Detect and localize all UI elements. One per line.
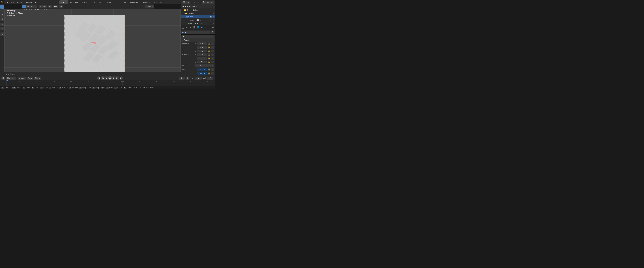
transform-header[interactable]: ▾ Transform xyxy=(181,38,215,42)
location-y-lock-icon[interactable]: 🔒 xyxy=(208,46,210,49)
rotation-z-value[interactable]: 0° xyxy=(197,61,207,63)
tab-rendering[interactable]: Rendering xyxy=(140,0,152,4)
play-back-btn[interactable]: ◀ xyxy=(104,76,108,80)
settings-btn[interactable]: ⚙ xyxy=(186,0,190,4)
location-z-lock-icon[interactable]: 🔒 xyxy=(208,50,210,52)
google-sat-vis-eye-icon[interactable]: 👁 xyxy=(212,23,215,24)
marker-btn[interactable]: Marker xyxy=(34,76,42,80)
tab-shading[interactable]: Shading xyxy=(118,0,128,4)
keying-btn[interactable]: Keying ▾ xyxy=(18,76,26,80)
areas-vis-camera-icon[interactable]: 📷 xyxy=(210,19,212,21)
search-btn[interactable]: 🔍 xyxy=(202,0,206,4)
scale-y-value[interactable]: 1536.04 xyxy=(197,72,207,74)
proportional-btn[interactable]: ○ ▾ xyxy=(58,5,63,8)
play-keyframe-next-btn[interactable]: ▶| xyxy=(120,76,123,80)
select-cursor-tool[interactable]: ↖ xyxy=(0,5,4,9)
collection-vis-camera-icon[interactable]: 📷 xyxy=(210,12,212,14)
google-sat-vis-camera-icon[interactable]: 📷 xyxy=(210,23,212,24)
outliner-areas-building[interactable]: ▾ ▼ Areas.building 📷 👁 xyxy=(181,18,215,22)
window-btn[interactable]: ⊞ xyxy=(206,0,210,4)
rotation-x-lock-icon[interactable]: 🔒 xyxy=(208,53,210,56)
scale-y-lock-icon[interactable]: 🔒 xyxy=(208,72,210,74)
rotation-mode-selector[interactable]: XYZ Eul... ▾ xyxy=(195,64,214,67)
view-btn[interactable]: View xyxy=(27,76,33,80)
props-scene-icon[interactable]: 🎬 xyxy=(192,25,196,30)
location-x-anim-icon[interactable]: • xyxy=(211,42,214,45)
grab-cursor-tool[interactable]: ✛ xyxy=(0,9,4,13)
snap-btn[interactable]: 🔲 ▾ xyxy=(53,5,58,8)
tab-sculpting[interactable]: Sculpting xyxy=(80,0,91,4)
rotation-x-value[interactable]: 0° xyxy=(197,53,207,56)
transform-orient-btn[interactable]: Global ▾ xyxy=(39,5,47,8)
tab-uv-editing[interactable]: UV Editing xyxy=(91,0,103,4)
plane-vis-eye-icon[interactable]: 👁 xyxy=(212,16,215,17)
start-frame-input[interactable]: 1 xyxy=(195,76,202,80)
play-keyframe-prev-btn[interactable]: |◀ xyxy=(97,76,100,80)
props-data-icon[interactable]: △ xyxy=(207,25,211,30)
resize-handle[interactable]: ▲ ▲ Resize xyxy=(4,72,181,76)
playhead[interactable] xyxy=(7,80,7,86)
play-next-btn[interactable]: ▶▶ xyxy=(116,76,119,80)
location-x-lock-icon[interactable]: 🔒 xyxy=(208,42,210,45)
outliner-scene-collection[interactable]: ▾ 📁 Scene Collection xyxy=(181,8,215,12)
playback-btn[interactable]: Playback ▾ xyxy=(6,76,16,80)
scale-tool-btn[interactable]: ⊡ xyxy=(34,5,38,8)
blender-logo[interactable] xyxy=(0,0,4,4)
scale-y-anim-icon[interactable]: • xyxy=(211,72,214,74)
object-type-selector[interactable]: ▣ Plane ▾ xyxy=(182,35,214,38)
scale-x-anim-icon[interactable]: • xyxy=(211,68,214,71)
rotation-y-value[interactable]: 0° xyxy=(197,57,207,60)
location-x-value[interactable]: 0 m xyxy=(197,42,207,45)
collection-vis-eye-icon[interactable]: 👁 xyxy=(212,12,215,14)
map-plane[interactable]: ↔ xyxy=(64,15,125,73)
rotation-y-anim-icon[interactable]: • xyxy=(211,57,214,60)
menu-help[interactable]: Help xyxy=(34,0,40,4)
props-modifier-icon[interactable]: ⚙ xyxy=(204,25,207,30)
outliner-collection[interactable]: ▾ 📁 Collection 📷 👁 xyxy=(181,12,215,15)
menu-render[interactable]: Render xyxy=(16,0,25,4)
rotation-z-lock-icon[interactable]: 🔒 xyxy=(208,61,210,63)
scene-selector[interactable]: 🎬 xyxy=(182,0,186,4)
close-btn[interactable]: ✕ xyxy=(210,0,214,4)
plane-vis-camera-icon[interactable]: 📷 xyxy=(210,16,212,17)
props-output-icon[interactable]: 🖨 xyxy=(185,25,189,30)
scale-x-value[interactable]: 1536.04 xyxy=(197,68,207,71)
annotate-tool[interactable]: ✎ xyxy=(0,23,4,26)
add-mesh-tool[interactable]: ⊞ xyxy=(0,32,4,36)
location-y-value[interactable]: 0 m xyxy=(197,46,207,49)
areas-vis-eye-icon[interactable]: 👁 xyxy=(212,19,215,21)
outliner-google-sat[interactable]: ▣ GOOGLE_SAT_W... 📷 👁 xyxy=(181,22,215,25)
props-material-icon[interactable]: ◉ xyxy=(211,25,215,30)
play-prev-btn[interactable]: ◀◀ xyxy=(101,76,104,80)
options-btn[interactable]: Options ▾ xyxy=(145,5,154,8)
location-z-anim-icon[interactable]: • xyxy=(211,50,214,52)
current-frame-display[interactable]: 1 xyxy=(178,76,185,80)
menu-window[interactable]: Window xyxy=(25,0,34,4)
select-tool-btn[interactable]: ↖ xyxy=(22,5,26,8)
menu-edit[interactable]: Edit xyxy=(10,0,16,4)
rotate-cursor-tool[interactable]: ↺ xyxy=(0,13,4,17)
scale-cursor-tool[interactable]: ⊡ xyxy=(0,17,4,21)
location-z-value[interactable]: 0 m xyxy=(197,50,207,52)
fake-user-btn[interactable]: F xyxy=(211,31,214,34)
rotation-z-anim-icon[interactable]: • xyxy=(211,61,214,63)
tab-texture-paint[interactable]: Texture Paint xyxy=(104,0,118,4)
tab-modeling[interactable]: Modeling xyxy=(68,0,80,4)
props-object-icon[interactable]: ▣ xyxy=(200,25,204,30)
tab-compositing[interactable]: Composr xyxy=(152,0,163,4)
tab-layout[interactable]: Layout xyxy=(59,0,68,4)
rotation-x-anim-icon[interactable]: • xyxy=(211,53,214,56)
rotation-y-lock-icon[interactable]: 🔒 xyxy=(208,57,210,60)
grab-tool-btn[interactable]: ✛ xyxy=(26,5,30,8)
menu-file[interactable]: File xyxy=(4,0,10,4)
props-view-icon[interactable]: 👁 xyxy=(189,25,192,30)
tab-animation[interactable]: Animation xyxy=(128,0,140,4)
stop-btn[interactable]: ⏹ xyxy=(108,76,112,80)
outliner-plane[interactable]: ▣ Plane 📷 👁 xyxy=(181,15,215,18)
viewport[interactable]: Top Orthographic (1) Collection | Plane … xyxy=(4,9,181,76)
canvas-area[interactable]: Top Orthographic (1) Collection | Plane … xyxy=(4,9,181,76)
props-world-icon[interactable]: 🌐 xyxy=(196,25,200,30)
measure-tool[interactable]: ⊿ xyxy=(0,27,4,30)
end-frame-input[interactable]: 250 xyxy=(206,76,213,80)
timeline-track[interactable]: 0 20 40 60 80 100 120 140 160 180 200 22… xyxy=(0,80,215,86)
